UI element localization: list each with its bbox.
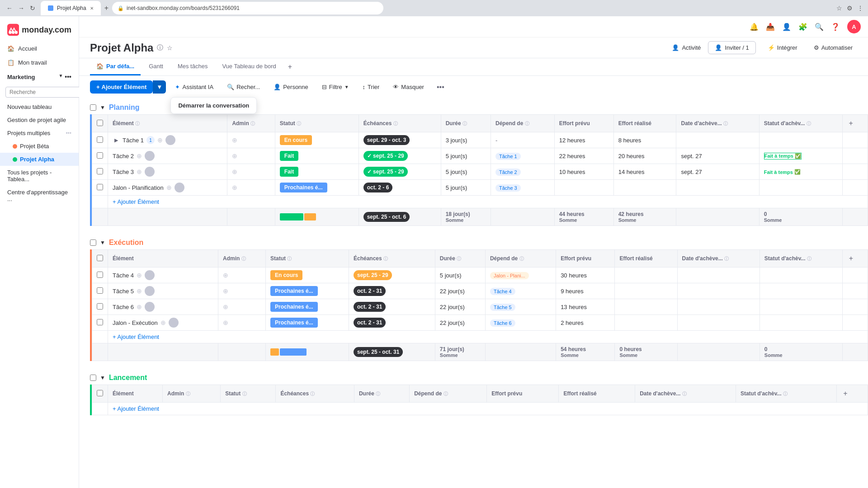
sidebar-search-input[interactable] <box>5 87 81 98</box>
tache2-depend[interactable]: Tâche 1 <box>495 153 521 160</box>
exec-stat-ach-info[interactable]: ⓘ <box>807 256 811 261</box>
jalon-plan-admin-icon[interactable]: ⊕ <box>232 184 237 191</box>
execution-add-row[interactable]: + Ajouter Élément <box>92 331 868 343</box>
statut-info-icon[interactable]: ⓘ <box>297 121 301 126</box>
td-statut-tache3[interactable]: Fait <box>275 164 359 180</box>
exec-date-info[interactable]: ⓘ <box>724 256 729 261</box>
back-btn[interactable]: ← <box>5 4 14 13</box>
assistant-ia-button[interactable]: ✦ Assistant IA Démarrer la conversation <box>170 81 218 93</box>
admin-info-icon[interactable]: ⓘ <box>250 121 255 126</box>
bookmark-icon[interactable]: ☆ <box>836 5 842 12</box>
invite-button[interactable]: 👤 Inviter / 1 <box>708 41 755 54</box>
tache4-admin-icon[interactable]: ⊕ <box>223 272 228 279</box>
planning-add-row[interactable]: + Ajouter Élément <box>92 196 868 208</box>
browser-tab[interactable]: Projet Alpha ✕ <box>41 1 101 15</box>
tache1-expand-btn[interactable]: ▶ <box>113 136 120 144</box>
echeances-info-icon[interactable]: ⓘ <box>393 121 398 126</box>
group-execution-toggle[interactable]: ▼ <box>100 239 105 246</box>
lancement-select-all[interactable] <box>97 390 103 396</box>
td-statut-tache2[interactable]: Fait <box>275 148 359 164</box>
more-icon[interactable]: ••• <box>65 73 71 80</box>
tache1-add-icon[interactable]: ⊕ <box>157 136 163 144</box>
td-statut-tache1[interactable]: En cours <box>275 132 359 148</box>
search-icon[interactable]: 🔍 <box>815 23 824 31</box>
star-icon[interactable]: ☆ <box>167 44 173 52</box>
tache5-admin-icon[interactable]: ⊕ <box>223 287 228 295</box>
jalon-plan-depend[interactable]: Tâche 3 <box>495 184 521 192</box>
lancement-add-element-btn[interactable]: + Ajouter Élément <box>108 403 868 415</box>
more-items-icon[interactable]: ••• <box>66 130 71 136</box>
tache5-checkbox[interactable] <box>97 287 103 294</box>
sidebar-section-marketing[interactable]: Marketing ▼ ••• <box>0 70 79 84</box>
tache5-add-icon[interactable]: ⊕ <box>137 287 142 295</box>
date-info-icon[interactable]: ⓘ <box>723 121 728 126</box>
jalon-plan-checkbox[interactable] <box>97 184 103 190</box>
tab-gantt[interactable]: Gantt <box>142 58 170 75</box>
close-icon[interactable]: ✕ <box>90 6 94 11</box>
info-circle-icon[interactable]: ⓘ <box>157 44 163 52</box>
sidebar-item-projets-multiples[interactable]: Projets multiples ••• <box>0 127 79 140</box>
tache6-depend[interactable]: Tâche 5 <box>490 304 515 311</box>
group-execution-checkbox[interactable] <box>90 239 96 246</box>
avatar-icon[interactable]: A <box>847 20 861 33</box>
tache4-checkbox[interactable] <box>97 272 103 278</box>
sidebar-item-gestion-projet[interactable]: Gestion de projet agile <box>0 113 79 127</box>
jalon-exec-depend[interactable]: Tâche 6 <box>490 319 515 327</box>
rechercher-button[interactable]: 🔍 Recher... <box>222 81 264 93</box>
exec-duree-info[interactable]: ⓘ <box>457 256 461 261</box>
tache3-add-icon[interactable]: ⊕ <box>137 168 142 175</box>
automatiser-button[interactable]: ⚙ Automatiser <box>809 42 857 54</box>
new-tab-button[interactable]: + <box>104 4 108 12</box>
exec-ech-info[interactable]: ⓘ <box>383 256 388 261</box>
help-icon[interactable]: ❓ <box>831 23 840 31</box>
exec-admin-info[interactable]: ⓘ <box>241 256 246 261</box>
sidebar-item-projet-beta[interactable]: Projet Béta <box>0 140 79 153</box>
personne-button[interactable]: 👤 Personne <box>269 81 313 93</box>
tache2-add-icon[interactable]: ⊕ <box>137 152 142 160</box>
element-info-icon[interactable]: ⓘ <box>135 121 140 126</box>
tache4-depend[interactable]: Jalon - Plani... <box>490 272 529 279</box>
tache5-depend[interactable]: Tâche 4 <box>490 288 515 295</box>
jalon-plan-add-icon[interactable]: ⊕ <box>166 184 172 191</box>
tab-add-button[interactable]: + <box>284 59 296 75</box>
tab-vue-tableau[interactable]: Vue Tableau de bord <box>216 58 282 75</box>
browser-nav[interactable]: ← → ↻ <box>5 4 37 13</box>
sidebar-item-accueil[interactable]: 🏠 Accueil <box>0 42 79 56</box>
tache1-admin-icon[interactable]: ⊕ <box>232 136 237 144</box>
apps-icon[interactable]: 🧩 <box>798 23 807 31</box>
depend-info-icon[interactable]: ⓘ <box>525 121 529 126</box>
group-planning-checkbox[interactable] <box>90 104 96 111</box>
lancement-add-row[interactable]: + Ajouter Élément <box>92 403 868 415</box>
sidebar-item-nouveau-tableau[interactable]: Nouveau tableau <box>0 100 79 113</box>
planning-add-element-btn[interactable]: + Ajouter Élément <box>108 196 868 208</box>
jalon-exec-checkbox[interactable] <box>97 319 103 325</box>
forward-btn[interactable]: → <box>16 4 26 13</box>
trier-button[interactable]: ↕ Trier <box>358 81 384 93</box>
tab-par-defaut[interactable]: 🏠 Par défa... <box>90 58 141 75</box>
tache4-add-icon[interactable]: ⊕ <box>137 272 142 279</box>
reload-btn[interactable]: ↻ <box>28 4 37 13</box>
tache6-admin-icon[interactable]: ⊕ <box>223 303 228 310</box>
sidebar-item-mon-travail[interactable]: 📋 Mon travail <box>0 56 79 70</box>
extensions-icon[interactable]: ⚙ <box>847 5 853 12</box>
toolbar-more-button[interactable]: ••• <box>433 81 448 93</box>
menu-icon[interactable]: ⋮ <box>857 5 863 12</box>
jalon-exec-admin-icon[interactable]: ⊕ <box>223 319 228 326</box>
col-add-planning-button[interactable]: + <box>847 117 855 129</box>
group-lancement-toggle[interactable]: ▼ <box>100 375 105 381</box>
sidebar-item-tous-projets[interactable]: Tous les projets - Tablea... <box>0 166 79 186</box>
duree-info-icon[interactable]: ⓘ <box>462 121 467 126</box>
tache1-checkbox[interactable] <box>97 136 103 143</box>
execution-add-element-btn[interactable]: + Ajouter Élément <box>108 331 868 343</box>
tache3-depend[interactable]: Tâche 2 <box>495 169 521 176</box>
url-bar[interactable]: 🔒 inet-sandbox.monday.com/boards/5231266… <box>112 2 383 14</box>
integrer-button[interactable]: ⚡ Intégrer <box>763 42 802 54</box>
statut-ach-info-icon[interactable]: ⓘ <box>807 121 811 126</box>
jalon-exec-add-icon[interactable]: ⊕ <box>160 319 166 326</box>
tache3-admin-icon[interactable]: ⊕ <box>232 168 237 175</box>
inbox-icon[interactable]: 📥 <box>766 23 775 31</box>
tache6-checkbox[interactable] <box>97 303 103 310</box>
tache3-checkbox[interactable] <box>97 168 103 174</box>
col-add-lancement-button[interactable]: + <box>841 388 849 399</box>
td-statut-jalon-plan[interactable]: Prochaines é... <box>275 180 359 196</box>
